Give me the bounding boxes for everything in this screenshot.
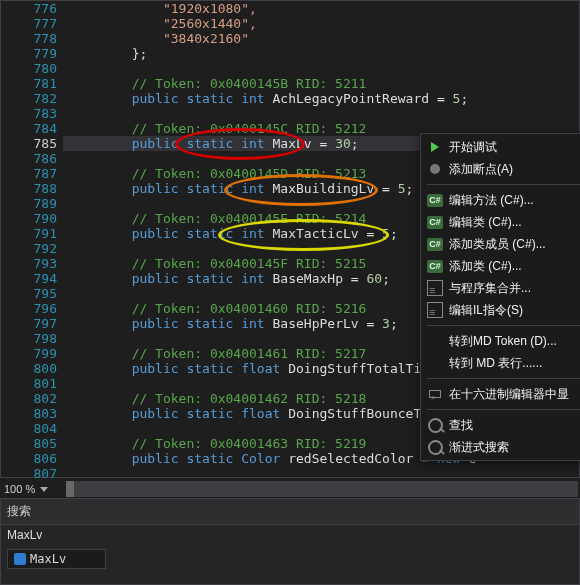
- context-menu[interactable]: 开始调试添加断点(A)C#编辑方法 (C#)...C#编辑类 (C#)...C#…: [420, 133, 580, 461]
- search-result-item[interactable]: MaxLv: [7, 549, 106, 569]
- play-icon: [421, 142, 449, 152]
- context-menu-item[interactable]: 渐进式搜索: [421, 436, 580, 458]
- context-menu-item[interactable]: C#编辑类 (C#)...: [421, 211, 580, 233]
- code-line[interactable]: [63, 466, 579, 481]
- zoom-value: 100 %: [4, 483, 35, 495]
- context-menu-label: 转到 MD 表行......: [449, 352, 580, 374]
- context-menu-label: 添加断点(A): [449, 158, 580, 180]
- context-menu-label: 添加类 (C#)...: [449, 255, 580, 277]
- code-line[interactable]: "3840x2160": [63, 31, 579, 46]
- context-menu-label: 与程序集合并...: [449, 277, 580, 299]
- code-line[interactable]: "2560x1440",: [63, 16, 579, 31]
- dropdown-icon[interactable]: [40, 487, 48, 492]
- search-icon: [421, 418, 449, 433]
- context-menu-label: 查找: [449, 414, 580, 436]
- search-input[interactable]: MaxLv: [1, 525, 579, 545]
- context-menu-label: 编辑IL指令(S): [449, 299, 580, 321]
- context-menu-item[interactable]: 转到 MD 表行......: [421, 352, 580, 374]
- context-menu-label: 开始调试: [449, 136, 580, 158]
- code-line[interactable]: [63, 61, 579, 76]
- context-menu-item[interactable]: 开始调试: [421, 136, 580, 158]
- csharp-icon: C#: [421, 238, 449, 251]
- context-menu-item[interactable]: 在十六进制编辑器中显: [421, 383, 580, 405]
- code-line[interactable]: // Token: 0x0400145B RID: 5211: [63, 76, 579, 91]
- context-menu-label: 编辑方法 (C#)...: [449, 189, 580, 211]
- search-result-text: MaxLv: [30, 552, 66, 566]
- context-menu-item[interactable]: 与程序集合并...: [421, 277, 580, 299]
- search-icon: [421, 440, 449, 455]
- context-menu-item[interactable]: 查找: [421, 414, 580, 436]
- code-line[interactable]: "1920x1080",: [63, 1, 579, 16]
- csharp-icon: C#: [421, 216, 449, 229]
- line-number-gutter: 7767777787797807817827837847857867877887…: [1, 1, 63, 477]
- context-menu-label: 在十六进制编辑器中显: [449, 383, 580, 405]
- context-menu-label: 转到MD Token (D)...: [449, 330, 580, 352]
- context-menu-label: 添加类成员 (C#)...: [449, 233, 580, 255]
- code-line[interactable]: };: [63, 46, 579, 61]
- context-menu-item[interactable]: 转到MD Token (D)...: [421, 330, 580, 352]
- code-line[interactable]: public static int AchLegacyPointReward =…: [63, 91, 579, 106]
- context-menu-item[interactable]: 编辑IL指令(S): [421, 299, 580, 321]
- code-line[interactable]: [63, 106, 579, 121]
- hex-icon: [421, 387, 449, 401]
- breakpoint-icon: [421, 164, 449, 174]
- zoom-indicator[interactable]: 100 %: [4, 481, 48, 497]
- context-menu-item[interactable]: C#编辑方法 (C#)...: [421, 189, 580, 211]
- field-icon: [14, 553, 26, 565]
- context-menu-label: 编辑类 (C#)...: [449, 211, 580, 233]
- document-icon: [421, 302, 449, 318]
- search-panel-title: 搜索: [1, 499, 579, 525]
- csharp-icon: C#: [421, 260, 449, 273]
- context-menu-item[interactable]: 添加断点(A): [421, 158, 580, 180]
- context-menu-label: 渐进式搜索: [449, 436, 580, 458]
- scrollbar-thumb[interactable]: [66, 481, 74, 497]
- context-menu-item[interactable]: C#添加类成员 (C#)...: [421, 233, 580, 255]
- horizontal-scrollbar[interactable]: [66, 481, 578, 497]
- context-menu-item[interactable]: C#添加类 (C#)...: [421, 255, 580, 277]
- csharp-icon: C#: [421, 194, 449, 207]
- search-panel: 搜索 MaxLv MaxLv: [0, 498, 580, 585]
- document-icon: [421, 280, 449, 296]
